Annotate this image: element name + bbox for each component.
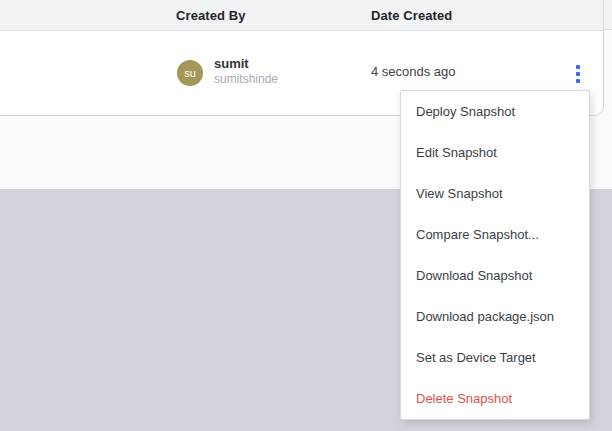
menu-item-download-snapshot[interactable]: Download Snapshot (401, 255, 589, 296)
column-header-date-created: Date Created (371, 8, 452, 23)
created-by-cell: sumit sumitshinde (214, 56, 278, 86)
menu-item-deploy-snapshot[interactable]: Deploy Snapshot (401, 91, 589, 132)
snapshot-context-menu: Deploy Snapshot Edit Snapshot View Snaps… (400, 90, 590, 420)
kebab-menu-icon (576, 65, 580, 69)
menu-item-download-package-json[interactable]: Download package.json (401, 296, 589, 337)
user-username: sumitshinde (214, 72, 278, 86)
menu-item-compare-snapshot[interactable]: Compare Snapshot... (401, 214, 589, 255)
menu-item-view-snapshot[interactable]: View Snapshot (401, 173, 589, 214)
menu-item-edit-snapshot[interactable]: Edit Snapshot (401, 132, 589, 173)
kebab-menu-icon (576, 79, 580, 83)
menu-item-delete-snapshot[interactable]: Delete Snapshot (401, 378, 589, 419)
kebab-menu-icon (576, 72, 580, 76)
avatar-initials: su (184, 67, 196, 79)
row-actions-kebab-button[interactable] (567, 61, 589, 87)
user-name: sumit (214, 56, 278, 71)
avatar: su (177, 60, 203, 86)
date-created-cell: 4 seconds ago (371, 64, 456, 79)
column-header-created-by: Created By (176, 8, 246, 23)
menu-item-set-as-device-target[interactable]: Set as Device Target (401, 337, 589, 378)
table-header-row: Created By Date Created (0, 0, 603, 31)
